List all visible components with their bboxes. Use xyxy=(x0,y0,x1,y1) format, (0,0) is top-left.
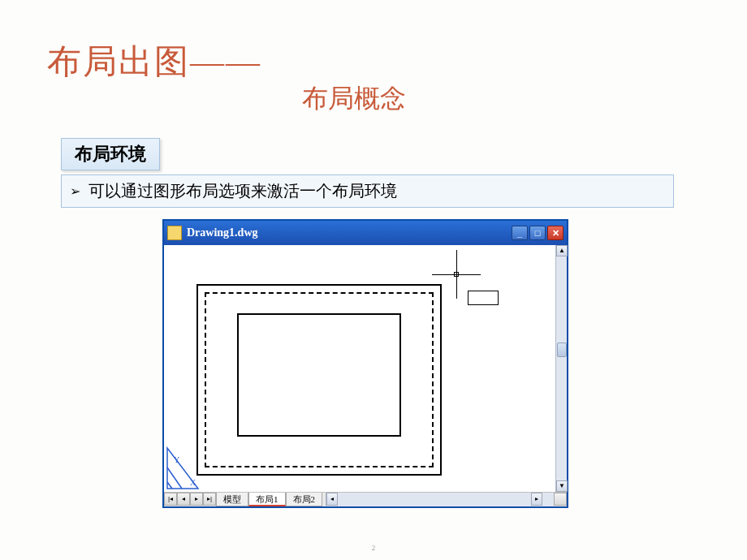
window-titlebar[interactable]: Drawing1.dwg _ □ ✕ xyxy=(164,221,567,245)
svg-text:Y: Y xyxy=(174,455,179,464)
horizontal-scrollbar[interactable]: ◂ ▸ xyxy=(326,493,554,506)
scroll-right-icon[interactable]: ▸ xyxy=(531,493,542,506)
bullet-arrow-icon: ➢ xyxy=(70,183,80,199)
window-title: Drawing1.dwg xyxy=(187,226,512,239)
tab-nav-last-icon[interactable]: ▸| xyxy=(203,493,216,506)
bottom-tab-bar: |◂ ◂ ▸ ▸| 模型 布局1 布局2 ◂ ▸ xyxy=(164,492,567,506)
tab-nav-next-icon[interactable]: ▸ xyxy=(190,493,203,506)
slide-page-number: 2 xyxy=(372,544,376,552)
tab-layout1[interactable]: 布局1 xyxy=(248,493,286,506)
minimize-button[interactable]: _ xyxy=(512,226,528,240)
maximize-button[interactable]: □ xyxy=(529,226,546,240)
cad-body: Y X ▲ ▼ xyxy=(164,245,567,492)
scroll-left-icon[interactable]: ◂ xyxy=(326,493,338,506)
viewport-rect xyxy=(237,313,401,437)
tab-nav-first-icon[interactable]: |◂ xyxy=(164,493,177,506)
scroll-up-icon[interactable]: ▲ xyxy=(556,245,568,256)
scroll-down-icon[interactable]: ▼ xyxy=(556,480,568,492)
app-icon xyxy=(167,226,182,240)
section-badge: 布局环境 xyxy=(61,138,160,170)
tab-model[interactable]: 模型 xyxy=(216,493,248,506)
close-button[interactable]: ✕ xyxy=(547,226,563,240)
tab-nav-prev-icon[interactable]: ◂ xyxy=(177,493,190,506)
ucs-icon: Y X xyxy=(166,443,205,490)
vertical-scrollbar[interactable]: ▲ ▼ xyxy=(555,245,567,492)
tooltip-box xyxy=(468,291,499,305)
cad-window: Drawing1.dwg _ □ ✕ Y X xyxy=(162,219,568,508)
scroll-thumb[interactable] xyxy=(557,342,567,357)
info-bullet-bar: ➢ 可以通过图形布局选项来激活一个布局环境 xyxy=(61,174,674,208)
svg-text:X: X xyxy=(190,478,196,487)
drawing-canvas[interactable]: Y X xyxy=(164,245,555,492)
bottom-right-grip-icon xyxy=(554,493,567,506)
slide-title-sub: 布局概念 xyxy=(302,81,406,117)
slide-title-main: 布局出图—— xyxy=(47,39,261,84)
bullet-text: 可以通过图形布局选项来激活一个布局环境 xyxy=(89,180,397,202)
tab-layout2[interactable]: 布局2 xyxy=(286,493,323,506)
window-controls: _ □ ✕ xyxy=(512,226,563,240)
svg-line-2 xyxy=(167,482,172,489)
